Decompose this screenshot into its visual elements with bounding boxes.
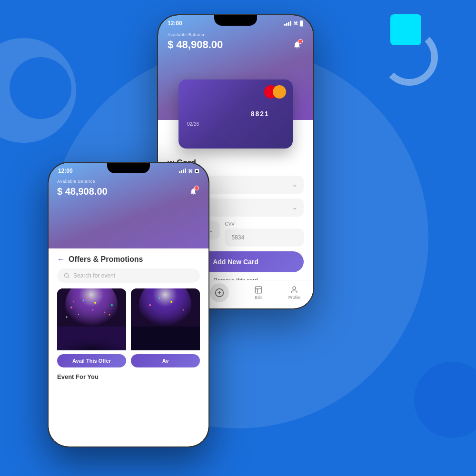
back-header-content: Available Balance $ 48,908.00 <box>158 29 313 59</box>
nav-profile-label: Profile <box>288 295 301 300</box>
svg-point-20 <box>78 314 79 315</box>
card-expiry: 02/26 <box>187 121 284 127</box>
mc-right-circle <box>273 85 286 99</box>
search-placeholder-text: Search for event <box>73 272 115 279</box>
concert-image-1 <box>57 288 126 350</box>
phone-front: 12:00 ⌘ ■ Available Balance $ 48,908.00 <box>48 162 209 447</box>
nav-profile[interactable]: Profile <box>288 286 301 300</box>
search-icon <box>64 273 69 278</box>
balance-amount-back: $ 48,908.00 <box>168 39 223 51</box>
svg-point-30 <box>159 298 160 299</box>
svg-point-9 <box>65 274 69 278</box>
phone-back-header: 12:00 ⌘ ▊ Available Balance $ 48,908.00 <box>158 15 313 120</box>
signal-icon-front <box>179 169 186 173</box>
svg-point-22 <box>99 297 100 298</box>
svg-point-23 <box>109 314 110 316</box>
bell-icon-back[interactable] <box>290 38 304 51</box>
time-front: 12:00 <box>58 168 73 174</box>
nav-add-button[interactable] <box>210 283 229 302</box>
offers-header: ← Offers & Promotions <box>49 248 208 268</box>
search-bar[interactable]: Search for event <box>57 268 200 283</box>
svg-point-15 <box>83 300 84 301</box>
svg-rect-5 <box>255 287 262 293</box>
svg-point-19 <box>111 304 113 306</box>
card-last-digits: 8821 <box>251 110 269 118</box>
front-header-content: Available Balance $ 48,908.00 <box>49 176 208 205</box>
cvv-container: CVV 5834 <box>225 221 304 247</box>
concert-image-2 <box>131 288 200 350</box>
wifi-icon-front: ⌘ <box>188 169 193 174</box>
battery-icon-back: ▊ <box>300 21 304 26</box>
nav-bills-label: Bills <box>255 295 263 300</box>
svg-rect-13 <box>57 327 126 350</box>
balance-row-front: $ 48,908.00 <box>57 185 200 198</box>
decorative-circle-left-inner <box>10 57 71 119</box>
mastercard-logo <box>264 85 286 99</box>
decorative-circle-bottom-right <box>414 362 476 438</box>
balance-amount-front: $ 48,908.00 <box>57 186 108 197</box>
svg-point-24 <box>73 301 74 302</box>
offers-section: ← Offers & Promotions Search for event <box>49 248 208 446</box>
svg-rect-28 <box>131 327 200 350</box>
cvv-label: CVV <box>225 221 304 227</box>
bell-icon-front[interactable] <box>187 185 200 198</box>
event-card-2[interactable]: Av <box>131 288 200 367</box>
svg-point-14 <box>70 307 72 308</box>
svg-point-25 <box>92 309 94 311</box>
status-icons-front: ⌘ ■ <box>179 169 199 174</box>
svg-point-32 <box>183 309 184 311</box>
available-label-front: Available Balance <box>57 179 200 184</box>
phone-front-screen: 12:00 ⌘ ■ Available Balance $ 48,908.00 <box>49 163 208 446</box>
card-dots: · · · · · · · · · · · · 8821 <box>187 110 284 118</box>
available-label-back: Available Balance <box>168 32 304 37</box>
signal-icon-back <box>284 21 291 26</box>
event-for-you-label: Event For You <box>49 367 208 380</box>
nav-bills[interactable]: Bills <box>254 286 263 300</box>
phone-front-header: 12:00 ⌘ ■ Available Balance $ 48,908.00 <box>49 163 208 248</box>
cvv-input[interactable]: 5834 <box>225 228 304 247</box>
wifi-icon-back: ⌘ <box>293 21 298 26</box>
balance-row-back: $ 48,908.00 <box>168 38 304 51</box>
svg-point-17 <box>104 312 106 313</box>
svg-point-16 <box>94 302 96 304</box>
svg-line-10 <box>68 277 69 278</box>
svg-point-21 <box>88 298 89 299</box>
battery-icon-front: ■ <box>195 169 199 173</box>
credit-card: · · · · · · · · · · · · 8821 02/26 <box>178 79 293 149</box>
status-icons-back: ⌘ ▊ <box>284 21 304 26</box>
phone-front-notch <box>107 163 150 173</box>
offers-title: Offers & Promotions <box>69 255 143 264</box>
svg-point-18 <box>66 317 68 318</box>
event-cards-container: Avail This Offer <box>49 288 208 367</box>
back-arrow-icon[interactable]: ← <box>57 255 65 264</box>
svg-point-31 <box>170 301 172 303</box>
svg-point-29 <box>149 304 151 306</box>
avail-offer-button-1[interactable]: Avail This Offer <box>57 354 126 367</box>
time-back: 12:00 <box>168 20 182 27</box>
phone-back-notch <box>214 15 257 26</box>
event-card-1[interactable]: Avail This Offer <box>57 288 126 367</box>
decorative-square-cyan <box>390 14 421 45</box>
avail-offer-button-2[interactable]: Av <box>131 354 200 367</box>
svg-point-8 <box>293 287 296 289</box>
